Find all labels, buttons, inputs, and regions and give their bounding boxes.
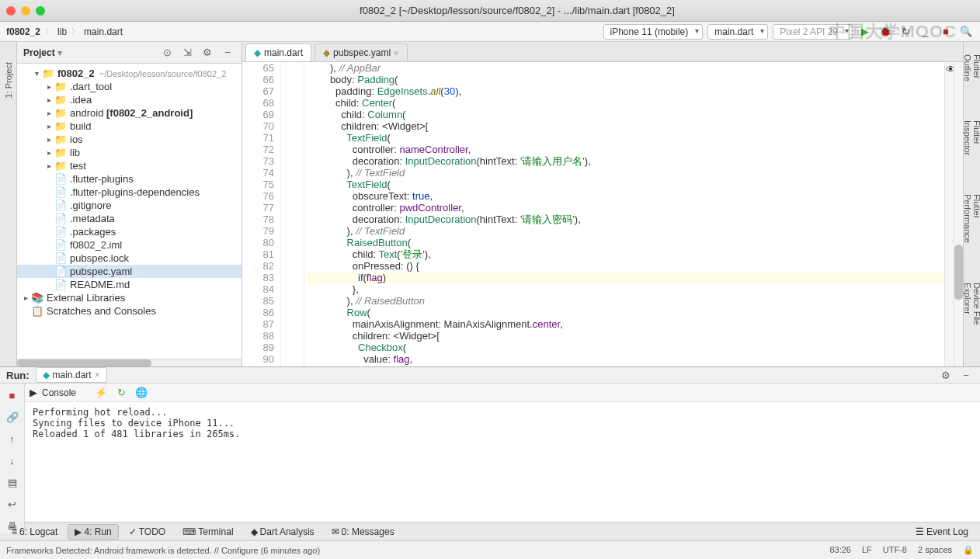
editor-v-scrollbar[interactable] (954, 62, 963, 366)
run-config-tab[interactable]: ◆ main.dart × (36, 367, 107, 383)
breadcrumb-folder[interactable]: lib (57, 26, 67, 37)
tree-arrow-icon[interactable]: ▸ (43, 109, 54, 117)
run-config-selector[interactable]: main.dart (707, 24, 768, 40)
project-tool-tab[interactable]: 1: Project (2, 57, 15, 102)
close-icon[interactable]: × (95, 370, 100, 380)
flutter-outline-tab[interactable]: Flutter Outline (961, 50, 981, 113)
chevron-right-icon[interactable]: ▸ (20, 293, 31, 302)
tree-item[interactable]: 📄pubspec.yaml (17, 265, 242, 278)
locate-icon[interactable]: ⊙ (159, 45, 175, 61)
console-output[interactable]: Performing hot reload... Syncing files t… (25, 402, 980, 534)
indent-setting[interactable]: 2 spaces (918, 545, 952, 555)
file-encoding[interactable]: UTF-8 (883, 545, 907, 555)
tree-h-scrollbar[interactable] (17, 359, 242, 366)
editor-tab-pubspec[interactable]: ◆ pubspec.yaml × (315, 43, 407, 61)
zoom-window[interactable] (36, 6, 45, 16)
logcat-icon: ≡ (12, 526, 17, 537)
tree-arrow-icon[interactable]: ▸ (43, 95, 54, 104)
code-editor[interactable]: 6566676869707172737475767778798081828384… (242, 62, 963, 366)
tree-item[interactable]: ▸📁ios (17, 133, 242, 146)
breadcrumb-project[interactable]: f0802_2 (6, 26, 40, 37)
tree-item[interactable]: ▸📁lib (17, 146, 242, 159)
device-file-explorer-tab[interactable]: Device File Explorer (961, 278, 981, 363)
layout-icon[interactable]: ▤ (4, 474, 21, 491)
tree-item[interactable]: 📄README.md (17, 278, 242, 291)
annotation-strip[interactable]: 👁 (944, 62, 954, 366)
device-selector[interactable]: iPhone 11 (mobile) (603, 24, 704, 40)
debug-button[interactable]: 🐞 (877, 24, 893, 40)
cursor-position[interactable]: 83:26 (829, 545, 851, 555)
tree-item[interactable]: 📄.gitignore (17, 199, 242, 212)
line-gutter[interactable]: 6566676869707172737475767778798081828384… (242, 62, 281, 366)
line-separator[interactable]: LF (862, 545, 872, 555)
fold-column[interactable] (281, 62, 304, 366)
file-icon: 📄 (54, 252, 67, 264)
emulator-selector[interactable]: Pixel 2 API 29 (773, 24, 853, 40)
hide-icon[interactable]: − (220, 45, 235, 61)
console-tab-label[interactable]: Console (42, 387, 76, 398)
tree-root[interactable]: ▾ 📁 f0802_2 ~/Desktop/lesson/source/f080… (17, 67, 242, 80)
up-icon[interactable]: ↑ (4, 430, 21, 447)
inspection-eye-icon[interactable]: 👁 (946, 64, 952, 70)
project-tree[interactable]: ▾ 📁 f0802_2 ~/Desktop/lesson/source/f080… (17, 64, 242, 359)
tree-item[interactable]: ▸📁.dart_tool (17, 80, 242, 93)
tree-arrow-icon[interactable]: ▸ (43, 161, 54, 170)
messages-tab[interactable]: ✉0: Messages (325, 524, 401, 540)
tree-arrow-icon[interactable]: ▸ (43, 135, 54, 144)
tree-item[interactable]: 📄.flutter-plugins-dependencies (17, 186, 242, 199)
hot-reload-icon[interactable]: ⚡ (93, 385, 109, 401)
tree-item[interactable]: 📄.metadata (17, 212, 242, 225)
tree-item[interactable]: ▸📁test (17, 159, 242, 172)
lock-icon[interactable]: 🔒 (963, 545, 974, 555)
status-message[interactable]: Frameworks Detected: Android framework i… (6, 546, 320, 555)
tree-item[interactable]: 📄pubspec.lock (17, 252, 242, 265)
file-icon: 📄 (54, 213, 67, 224)
expand-icon[interactable]: ⇲ (179, 45, 195, 61)
editor-tabs: ◆ main.dart ◆ pubspec.yaml × (242, 42, 963, 62)
code-content[interactable]: ), // AppBar body: Padding( padding: Edg… (304, 62, 944, 366)
close-tab-icon[interactable]: × (394, 48, 398, 57)
run-button[interactable]: ▶ (857, 24, 873, 40)
search-icon[interactable]: 🔍 (958, 24, 974, 40)
todo-tab[interactable]: ✓TODO (122, 524, 172, 540)
tree-item[interactable]: 📄.flutter-plugins (17, 172, 242, 186)
tree-scratches[interactable]: 📋 Scratches and Consoles (17, 304, 242, 318)
close-window[interactable] (6, 6, 16, 16)
logcat-tab[interactable]: ≡6: Logcat (5, 524, 64, 540)
hide-icon[interactable]: − (958, 367, 974, 383)
event-log-tab[interactable]: ☰Event Log (909, 524, 975, 540)
tree-arrow-icon[interactable]: ▸ (43, 122, 54, 130)
flutter-performance-tab[interactable]: Flutter Performance (961, 189, 981, 274)
editor-tab-main[interactable]: ◆ main.dart (245, 43, 311, 61)
project-panel-title: Project ▾ (23, 47, 62, 58)
devtools-icon[interactable]: 🌐 (134, 385, 149, 401)
tree-item[interactable]: ▸📁.idea (17, 93, 242, 106)
console-toolbar: ▶ Console ⚡ ↻ 🌐 (25, 384, 980, 402)
settings-icon[interactable]: ⚙ (200, 45, 215, 61)
stop-icon[interactable]: ■ (4, 387, 21, 404)
chevron-down-icon[interactable]: ▾ (31, 69, 42, 78)
breadcrumb-file[interactable]: main.dart (84, 26, 123, 37)
attach-icon[interactable]: 🔗 (4, 408, 21, 425)
attach-button[interactable]: ⎯ (918, 24, 933, 40)
stop-button[interactable]: ■ (938, 24, 954, 40)
tree-item[interactable]: 📄f0802_2.iml (17, 238, 242, 252)
breadcrumb[interactable]: f0802_2 〉 lib 〉 main.dart (6, 26, 123, 37)
hot-reload-button[interactable]: ↻ (898, 24, 913, 40)
tree-item[interactable]: ▸📁android [f0802_2_android] (17, 106, 242, 120)
wrap-icon[interactable]: ↩ (4, 495, 21, 512)
run-toolbar: iPhone 11 (mobile) main.dart Pixel 2 API… (603, 24, 974, 40)
tree-arrow-icon[interactable]: ▸ (43, 148, 54, 157)
restart-icon[interactable]: ↻ (113, 385, 129, 401)
dart-analysis-tab[interactable]: ◆Dart Analysis (244, 524, 321, 540)
flutter-inspector-tab[interactable]: Flutter Inspector (961, 116, 981, 186)
terminal-tab[interactable]: ⌨Terminal (175, 524, 240, 540)
tree-ext-libraries[interactable]: ▸ 📚 External Libraries (17, 291, 242, 304)
tree-item[interactable]: ▸📁build (17, 120, 242, 133)
tree-arrow-icon[interactable]: ▸ (43, 82, 54, 91)
minimize-window[interactable] (21, 6, 30, 16)
run-tab[interactable]: ▶4: Run (68, 524, 118, 540)
down-icon[interactable]: ↓ (4, 452, 21, 469)
settings-icon[interactable]: ⚙ (938, 367, 954, 383)
tree-item[interactable]: 📄.packages (17, 225, 242, 238)
